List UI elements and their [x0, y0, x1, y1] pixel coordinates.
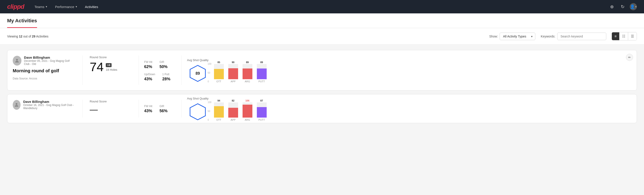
bar-track-putt	[257, 64, 267, 79]
bar-ott: 85 OTT	[214, 61, 224, 83]
show-label: Show:	[489, 34, 498, 38]
round-score-section: Round Score —	[82, 100, 132, 118]
teams-chevron-icon: ▾	[46, 5, 47, 8]
grid-view-button[interactable]: ☷	[620, 32, 628, 40]
avatar	[13, 100, 20, 110]
bar-track-ott	[214, 64, 224, 79]
app-header: clippd Teams ▾ Performance ▾ Activities …	[0, 0, 644, 14]
gir-stat: GIR 56%	[160, 105, 168, 113]
hexagon-shape	[189, 103, 207, 121]
shot-quality-section: Avg Shot Quality 89 100 50 0	[182, 56, 293, 85]
stats-row-2: Up/Down 43% 1 Putt 28%	[144, 73, 174, 82]
shot-quality-hexagon: Avg Shot Quality	[187, 97, 209, 121]
user-details: Dave Billingham October 16, 2021 - Gog M…	[23, 100, 75, 110]
view-toggles: ≡ ☷ ☰	[612, 32, 637, 40]
stats-row-1: FW Hit 62% GIR 50%	[144, 60, 174, 69]
compact-view-icon: ☰	[631, 34, 634, 38]
shot-quality-section: Avg Shot Quality 100 50 0 94	[182, 100, 293, 118]
page-title: My Activities	[7, 18, 37, 28]
list-view-button[interactable]: ≡	[612, 32, 620, 40]
fw-hit-stat: FW Hit 62%	[144, 60, 152, 69]
activity-type-select-wrapper: All Activity Types	[500, 32, 535, 40]
shot-quality-chart: 100 50 0 85 OTT 90	[214, 58, 293, 83]
keywords-label: Keywords:	[541, 34, 555, 38]
card-user-info: Dave Billingham December 05, 2021 - Gog …	[13, 56, 75, 85]
bar-fill-app	[228, 68, 238, 79]
avatar-chevron-icon: ▾	[635, 5, 637, 8]
bar-putt-2: 87 PUTT	[257, 99, 267, 121]
oneputt-stat: 1 Putt 28%	[162, 73, 170, 82]
activity-title: Morning round of golf	[13, 68, 75, 74]
round-score-row: 74 +4 18 Holes	[90, 61, 132, 73]
refresh-icon[interactable]: ↻	[619, 3, 626, 10]
user-icon: 👤	[630, 4, 635, 9]
table-row: ✏ Dave Billingham October 16, 2021 - Gog…	[7, 94, 637, 123]
round-score-label: Round Score	[90, 100, 132, 103]
main-nav: Teams ▾ Performance ▾ Activities	[31, 3, 101, 10]
list-view-icon: ≡	[614, 34, 616, 38]
detail-stats: FW Hit 62% GIR 50% Up/Down 43% 1 Putt 28…	[138, 56, 174, 85]
viewing-total: 29	[32, 34, 36, 38]
header-actions: ⊕ ↻ 👤 ▾	[608, 3, 637, 10]
shot-quality-title: Avg Shot Quality	[187, 58, 209, 62]
user-avatar-button[interactable]: 👤 ▾	[630, 3, 637, 10]
bar-arg: 89 ARG	[242, 61, 252, 83]
bar-app: 90 APP	[228, 61, 238, 83]
updown-stat: Up/Down 43%	[144, 73, 155, 82]
round-score-section: Round Score 74 +4 18 Holes	[82, 56, 132, 85]
bars-container: 100 50 0 85 OTT 90	[214, 63, 293, 83]
gir-stat: GIR 50%	[160, 60, 168, 69]
fw-hit-stat: FW Hit 43%	[144, 105, 152, 113]
score-value-2: —	[90, 105, 98, 114]
viewing-count-text: Viewing 12 out of 29 Activities	[7, 34, 484, 38]
shot-quality-chart: 100 50 0 94 OTT 82	[214, 96, 293, 121]
shot-quality-title: Avg Shot Quality	[187, 97, 209, 100]
bar-putt: 89 PUTT	[257, 61, 267, 83]
hexagon-shape: 89	[189, 64, 207, 82]
bar-fill-putt	[257, 68, 267, 79]
holes-text: 18 Holes	[106, 68, 117, 72]
bar-app-2: 82 APP	[228, 99, 238, 121]
score-meta: +4 18 Holes	[106, 63, 117, 73]
data-source: Data Source: Arccos	[13, 77, 75, 80]
bar-track-arg	[242, 64, 252, 79]
shot-quality-hexagon: Avg Shot Quality 89	[187, 58, 209, 82]
logo[interactable]: clippd	[7, 3, 24, 10]
nav-item-teams[interactable]: Teams ▾	[31, 3, 50, 10]
activity-date: October 16, 2021 - Gog Magog Golf Club -…	[23, 104, 75, 110]
activities-list: ✏ Dave Billingham December 05, 2021 - Go…	[0, 44, 644, 128]
bar-arg-2: 106 ARG	[242, 99, 252, 121]
performance-chevron-icon: ▾	[76, 5, 77, 8]
svg-marker-4	[190, 104, 206, 120]
bars-container: 100 50 0 94 OTT 82	[214, 101, 293, 121]
card-user-info: Dave Billingham October 16, 2021 - Gog M…	[13, 100, 75, 118]
user-name: Dave Billingham	[23, 100, 75, 104]
y-axis-labels: 100 50 0	[208, 101, 212, 121]
svg-point-0	[16, 59, 18, 61]
stats-row-1: FW Hit 43% GIR 56%	[144, 105, 174, 113]
activity-type-select[interactable]: All Activity Types	[500, 32, 535, 40]
table-row: ✏ Dave Billingham December 05, 2021 - Go…	[7, 50, 637, 90]
edit-button[interactable]: ✏	[626, 54, 633, 61]
avatar	[13, 56, 22, 66]
score-value: 74	[90, 61, 104, 73]
filter-bar: Viewing 12 out of 29 Activities Show: Al…	[0, 28, 644, 44]
search-input[interactable]	[557, 32, 606, 40]
user-row: Dave Billingham October 16, 2021 - Gog M…	[13, 100, 75, 110]
nav-item-performance[interactable]: Performance ▾	[52, 3, 80, 10]
grid-view-icon: ☷	[622, 34, 625, 38]
bar-fill-arg	[242, 68, 252, 79]
add-icon[interactable]: ⊕	[608, 3, 616, 10]
show-filter: Show: All Activity Types	[489, 32, 535, 40]
page-header: My Activities	[0, 14, 644, 28]
viewing-number: 12	[19, 34, 22, 38]
svg-point-3	[16, 103, 18, 105]
compact-view-button[interactable]: ☰	[628, 32, 637, 40]
keywords-filter: Keywords:	[541, 32, 606, 40]
svg-text:89: 89	[196, 71, 200, 76]
y-axis-labels: 100 50 0	[208, 63, 212, 83]
bar-ott-2: 94 OTT	[214, 99, 224, 121]
nav-item-activities[interactable]: Activities	[82, 3, 101, 10]
activity-date: December 05, 2021 - Gog Magog Golf Club …	[24, 59, 75, 66]
detail-stats: FW Hit 43% GIR 56%	[138, 100, 174, 118]
